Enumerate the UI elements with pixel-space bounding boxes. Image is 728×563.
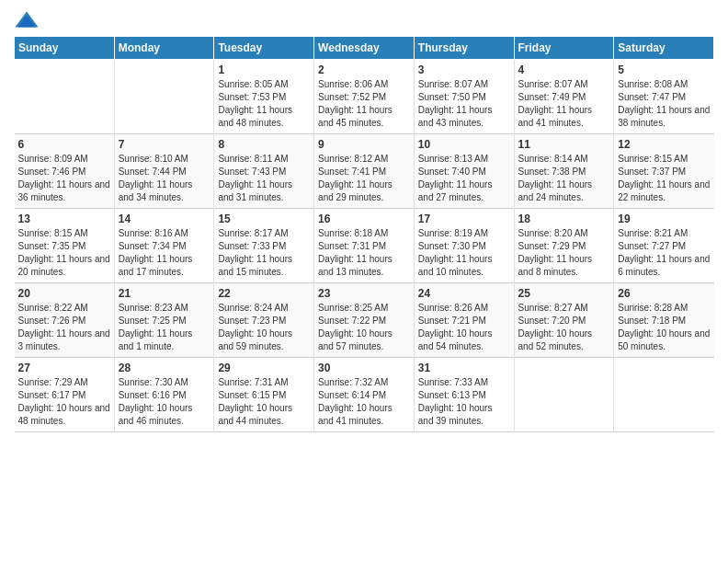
week-row-3: 13Sunrise: 8:15 AM Sunset: 7:35 PM Dayli… — [15, 209, 714, 283]
day-cell: 23Sunrise: 8:25 AM Sunset: 7:22 PM Dayli… — [314, 283, 415, 358]
day-cell: 31Sunrise: 7:33 AM Sunset: 6:13 PM Dayli… — [414, 358, 514, 432]
col-header-thursday: Thursday — [414, 37, 514, 60]
day-cell: 30Sunrise: 7:32 AM Sunset: 6:14 PM Dayli… — [314, 358, 415, 432]
day-cell — [514, 358, 614, 432]
day-number: 23 — [318, 287, 410, 300]
day-cell: 8Sunrise: 8:11 AM Sunset: 7:43 PM Daylig… — [214, 134, 314, 209]
day-number: 30 — [318, 362, 410, 374]
day-info: Sunrise: 8:07 AM Sunset: 7:49 PM Dayligh… — [518, 78, 610, 130]
week-row-1: 1Sunrise: 8:05 AM Sunset: 7:53 PM Daylig… — [15, 60, 714, 134]
day-cell — [114, 60, 214, 134]
day-number: 28 — [119, 362, 210, 374]
day-cell: 27Sunrise: 7:29 AM Sunset: 6:17 PM Dayli… — [15, 358, 115, 432]
day-info: Sunrise: 8:17 AM Sunset: 7:33 PM Dayligh… — [218, 227, 310, 279]
calendar-body: 1Sunrise: 8:05 AM Sunset: 7:53 PM Daylig… — [15, 60, 714, 432]
day-number: 19 — [618, 213, 710, 225]
day-number: 11 — [518, 138, 610, 151]
day-cell: 19Sunrise: 8:21 AM Sunset: 7:27 PM Dayli… — [614, 209, 714, 283]
day-cell: 13Sunrise: 8:15 AM Sunset: 7:35 PM Dayli… — [15, 209, 115, 283]
header-row: SundayMondayTuesdayWednesdayThursdayFrid… — [15, 37, 714, 60]
week-row-2: 6Sunrise: 8:09 AM Sunset: 7:46 PM Daylig… — [15, 134, 714, 209]
logo — [14, 9, 43, 29]
day-number: 18 — [518, 213, 610, 225]
day-number: 5 — [618, 63, 710, 76]
day-cell: 7Sunrise: 8:10 AM Sunset: 7:44 PM Daylig… — [114, 134, 214, 209]
day-cell: 9Sunrise: 8:12 AM Sunset: 7:41 PM Daylig… — [314, 134, 415, 209]
day-cell — [614, 358, 714, 432]
day-cell: 5Sunrise: 8:08 AM Sunset: 7:47 PM Daylig… — [614, 60, 714, 134]
day-number: 16 — [318, 213, 410, 225]
day-number: 31 — [418, 362, 510, 374]
day-info: Sunrise: 8:11 AM Sunset: 7:43 PM Dayligh… — [218, 153, 310, 204]
day-number: 21 — [119, 287, 210, 300]
day-info: Sunrise: 8:15 AM Sunset: 7:35 PM Dayligh… — [18, 227, 110, 279]
col-header-tuesday: Tuesday — [214, 37, 314, 60]
day-cell: 14Sunrise: 8:16 AM Sunset: 7:34 PM Dayli… — [114, 209, 214, 283]
col-header-wednesday: Wednesday — [314, 37, 415, 60]
day-info: Sunrise: 8:18 AM Sunset: 7:31 PM Dayligh… — [318, 227, 410, 279]
day-cell: 3Sunrise: 8:07 AM Sunset: 7:50 PM Daylig… — [414, 60, 514, 134]
day-number: 26 — [618, 287, 710, 300]
day-number: 7 — [119, 138, 210, 151]
col-header-friday: Friday — [514, 37, 614, 60]
day-number: 17 — [418, 213, 510, 225]
day-info: Sunrise: 8:16 AM Sunset: 7:34 PM Dayligh… — [119, 227, 210, 279]
day-info: Sunrise: 8:19 AM Sunset: 7:30 PM Dayligh… — [418, 227, 510, 279]
day-cell: 11Sunrise: 8:14 AM Sunset: 7:38 PM Dayli… — [514, 134, 614, 209]
day-info: Sunrise: 7:32 AM Sunset: 6:14 PM Dayligh… — [318, 376, 410, 428]
day-cell: 18Sunrise: 8:20 AM Sunset: 7:29 PM Dayli… — [514, 209, 614, 283]
day-info: Sunrise: 8:08 AM Sunset: 7:47 PM Dayligh… — [618, 78, 710, 130]
week-row-5: 27Sunrise: 7:29 AM Sunset: 6:17 PM Dayli… — [15, 358, 714, 432]
day-cell: 2Sunrise: 8:06 AM Sunset: 7:52 PM Daylig… — [314, 60, 415, 134]
day-cell: 21Sunrise: 8:23 AM Sunset: 7:25 PM Dayli… — [114, 283, 214, 358]
day-cell: 10Sunrise: 8:13 AM Sunset: 7:40 PM Dayli… — [414, 134, 514, 209]
day-info: Sunrise: 8:06 AM Sunset: 7:52 PM Dayligh… — [318, 78, 410, 130]
day-number: 12 — [618, 138, 710, 151]
header — [14, 9, 714, 29]
day-info: Sunrise: 7:31 AM Sunset: 6:15 PM Dayligh… — [218, 376, 310, 428]
day-number: 14 — [119, 213, 210, 225]
day-cell: 20Sunrise: 8:22 AM Sunset: 7:26 PM Dayli… — [15, 283, 115, 358]
day-number: 13 — [18, 213, 110, 225]
col-header-monday: Monday — [114, 37, 214, 60]
day-info: Sunrise: 8:24 AM Sunset: 7:23 PM Dayligh… — [218, 302, 310, 353]
col-header-sunday: Sunday — [15, 37, 115, 60]
day-info: Sunrise: 8:09 AM Sunset: 7:46 PM Dayligh… — [18, 153, 110, 204]
day-info: Sunrise: 8:10 AM Sunset: 7:44 PM Dayligh… — [119, 153, 210, 204]
day-cell: 28Sunrise: 7:30 AM Sunset: 6:16 PM Dayli… — [114, 358, 214, 432]
day-cell: 17Sunrise: 8:19 AM Sunset: 7:30 PM Dayli… — [414, 209, 514, 283]
day-info: Sunrise: 8:20 AM Sunset: 7:29 PM Dayligh… — [518, 227, 610, 279]
day-cell: 12Sunrise: 8:15 AM Sunset: 7:37 PM Dayli… — [614, 134, 714, 209]
day-number: 22 — [218, 287, 310, 300]
week-row-4: 20Sunrise: 8:22 AM Sunset: 7:26 PM Dayli… — [15, 283, 714, 358]
day-info: Sunrise: 8:15 AM Sunset: 7:37 PM Dayligh… — [618, 153, 710, 204]
day-number: 20 — [18, 287, 110, 300]
day-number: 3 — [418, 63, 510, 76]
day-info: Sunrise: 8:28 AM Sunset: 7:18 PM Dayligh… — [618, 302, 710, 353]
day-info: Sunrise: 8:25 AM Sunset: 7:22 PM Dayligh… — [318, 302, 410, 353]
day-info: Sunrise: 8:27 AM Sunset: 7:20 PM Dayligh… — [518, 302, 610, 353]
day-info: Sunrise: 8:21 AM Sunset: 7:27 PM Dayligh… — [618, 227, 710, 279]
day-number: 6 — [18, 138, 110, 151]
day-number: 4 — [518, 63, 610, 76]
day-number: 9 — [318, 138, 410, 151]
day-number: 24 — [418, 287, 510, 300]
main-container: SundayMondayTuesdayWednesdayThursdayFrid… — [0, 0, 728, 442]
day-number: 29 — [218, 362, 310, 374]
day-number: 10 — [418, 138, 510, 151]
calendar-table: SundayMondayTuesdayWednesdayThursdayFrid… — [14, 36, 714, 432]
logo-icon — [14, 10, 40, 29]
col-header-saturday: Saturday — [614, 37, 714, 60]
day-number: 25 — [518, 287, 610, 300]
day-cell: 16Sunrise: 8:18 AM Sunset: 7:31 PM Dayli… — [314, 209, 415, 283]
day-info: Sunrise: 8:05 AM Sunset: 7:53 PM Dayligh… — [218, 78, 310, 130]
day-number: 1 — [218, 63, 310, 76]
day-cell: 4Sunrise: 8:07 AM Sunset: 7:49 PM Daylig… — [514, 60, 614, 134]
day-number: 8 — [218, 138, 310, 151]
day-info: Sunrise: 8:12 AM Sunset: 7:41 PM Dayligh… — [318, 153, 410, 204]
day-cell — [15, 60, 115, 134]
day-cell: 26Sunrise: 8:28 AM Sunset: 7:18 PM Dayli… — [614, 283, 714, 358]
day-cell: 15Sunrise: 8:17 AM Sunset: 7:33 PM Dayli… — [214, 209, 314, 283]
day-info: Sunrise: 8:07 AM Sunset: 7:50 PM Dayligh… — [418, 78, 510, 130]
day-info: Sunrise: 8:13 AM Sunset: 7:40 PM Dayligh… — [418, 153, 510, 204]
